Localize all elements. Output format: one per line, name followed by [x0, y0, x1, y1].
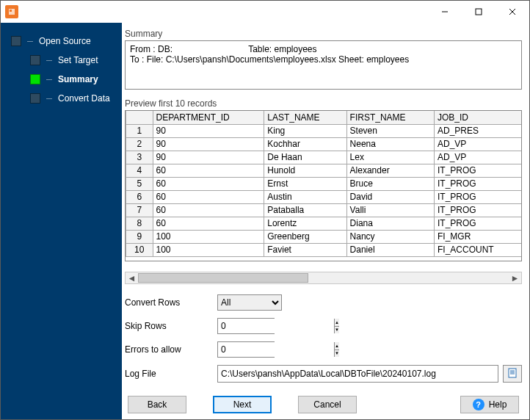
table-cell[interactable]: AD_VP: [435, 151, 523, 164]
table-cell[interactable]: David: [346, 190, 434, 203]
table-cell[interactable]: IT_PROG: [435, 203, 523, 217]
table-cell[interactable]: FI_ACCOUNT: [435, 243, 523, 256]
table-cell[interactable]: IT_PROG: [435, 177, 523, 190]
table-cell[interactable]: 60: [153, 190, 264, 203]
table-row[interactable]: 760PataballaValliIT_PROG4800VPATABAL103: [126, 203, 523, 217]
main-panel: Summary From : DB: Table: employees To :…: [122, 23, 529, 419]
help-button[interactable]: ? Help: [460, 396, 519, 413]
table-row[interactable]: 290KochharNeenaAD_VP17000NKOCHHAR100: [126, 137, 523, 151]
table-cell[interactable]: Neena: [346, 137, 434, 151]
minimize-button[interactable]: [428, 1, 462, 23]
connector-icon: [46, 60, 52, 61]
errors-input[interactable]: [218, 342, 334, 357]
table-cell[interactable]: De Haan: [264, 151, 346, 164]
table-row[interactable]: 660AustinDavidIT_PROG4800DAUSTIN103: [126, 190, 523, 203]
titlebar: [1, 1, 529, 23]
spinner-down-icon[interactable]: ▼: [335, 350, 339, 358]
help-icon: ?: [473, 399, 484, 410]
table-cell[interactable]: Lex: [346, 151, 434, 164]
table-cell[interactable]: Valli: [346, 203, 434, 217]
svg-rect-3: [476, 9, 482, 15]
table-cell[interactable]: 60: [153, 203, 264, 217]
row-number-cell: 10: [126, 243, 153, 256]
sidebar-item-convert-data[interactable]: Convert Data: [1, 89, 122, 108]
log-file-input[interactable]: [217, 365, 498, 383]
table-cell[interactable]: Steven: [346, 124, 434, 137]
table-cell[interactable]: FI_MGR: [435, 230, 523, 243]
table-cell[interactable]: Kochhar: [264, 137, 346, 151]
table-header-cell[interactable]: LAST_NAME: [264, 111, 346, 124]
table-cell[interactable]: AD_VP: [435, 137, 523, 151]
table-cell[interactable]: IT_PROG: [435, 164, 523, 177]
table-header-cell[interactable]: DEPARTMENT_ID: [153, 111, 264, 124]
row-number-cell: 6: [126, 190, 153, 203]
row-number-cell: 8: [126, 217, 153, 230]
scroll-thumb[interactable]: [138, 273, 308, 283]
scroll-left-icon[interactable]: ◄: [126, 272, 138, 283]
table-cell[interactable]: Alexander: [346, 164, 434, 177]
row-number-cell: 5: [126, 177, 153, 190]
browse-log-button[interactable]: [503, 365, 522, 383]
convert-rows-label: Convert Rows: [125, 297, 213, 308]
table-header-cell[interactable]: JOB_ID: [435, 111, 523, 124]
spinner-up-icon[interactable]: ▲: [335, 319, 339, 327]
log-file-label: Log File: [125, 369, 213, 379]
table-cell[interactable]: Bruce: [346, 177, 434, 190]
table-cell[interactable]: 60: [153, 164, 264, 177]
next-button[interactable]: Next: [213, 396, 272, 413]
table-cell[interactable]: 60: [153, 217, 264, 230]
table-header-cell[interactable]: FIRST_NAME: [346, 111, 434, 124]
table-row[interactable]: 190KingStevenAD_PRES24000SKINGnull: [126, 124, 523, 137]
table-cell[interactable]: 90: [153, 151, 264, 164]
table-cell[interactable]: King: [264, 124, 346, 137]
table-cell[interactable]: Greenberg: [264, 230, 346, 243]
sidebar-item-open-source[interactable]: Open Source: [1, 32, 122, 51]
back-button[interactable]: Back: [128, 396, 186, 413]
table-cell[interactable]: Diana: [346, 217, 434, 230]
cancel-button[interactable]: Cancel: [298, 396, 357, 413]
scroll-right-icon[interactable]: ►: [509, 272, 521, 283]
table-cell[interactable]: 100: [153, 230, 264, 243]
scroll-track[interactable]: [138, 272, 509, 283]
svg-rect-1: [10, 10, 12, 12]
spinner-down-icon[interactable]: ▼: [335, 327, 339, 334]
table-cell[interactable]: Daniel: [346, 243, 434, 256]
convert-rows-select[interactable]: All: [217, 294, 282, 311]
document-icon: [507, 368, 518, 380]
table-cell[interactable]: 100: [153, 243, 264, 256]
table-cell[interactable]: 60: [153, 177, 264, 190]
table-cell[interactable]: Ernst: [264, 177, 346, 190]
errors-spinner[interactable]: ▲▼: [217, 341, 275, 358]
table-cell[interactable]: 90: [153, 137, 264, 151]
table-cell[interactable]: Faviet: [264, 243, 346, 256]
table-cell[interactable]: IT_PROG: [435, 190, 523, 203]
table-row[interactable]: 560ErnstBruceIT_PROG6000BERNST103: [126, 177, 523, 190]
table-cell[interactable]: Austin: [264, 190, 346, 203]
table-row[interactable]: 860LorentzDianaIT_PROG4200DLORENTZ103: [126, 217, 523, 230]
close-button[interactable]: [495, 1, 529, 23]
table-cell[interactable]: Nancy: [346, 230, 434, 243]
table-cell[interactable]: IT_PROG: [435, 217, 523, 230]
wizard-sidebar: Open Source Set Target Summary Convert D…: [1, 23, 122, 419]
sidebar-item-set-target[interactable]: Set Target: [1, 51, 122, 70]
skip-rows-input[interactable]: [218, 319, 334, 333]
table-row[interactable]: 460HunoldAlexanderIT_PROG9000AHUNOLD102: [126, 164, 523, 177]
skip-rows-spinner[interactable]: ▲▼: [217, 318, 275, 334]
options-form: Convert Rows All Skip Rows ▲▼ Errors to …: [125, 294, 522, 383]
connector-icon: [27, 41, 33, 42]
table-row[interactable]: 10100FavietDanielFI_ACCOUNT9000DFAVIET10…: [126, 243, 523, 256]
table-row[interactable]: 390De HaanLexAD_VP17000LDEHAAN100: [126, 151, 523, 164]
preview-section-label: Preview first 10 records: [125, 98, 520, 109]
table-cell[interactable]: Lorentz: [264, 217, 346, 230]
summary-section-label: Summary: [125, 29, 520, 39]
table-cell[interactable]: Hunold: [264, 164, 346, 177]
table-cell[interactable]: AD_PRES: [435, 124, 523, 137]
horizontal-scrollbar[interactable]: ◄ ►: [125, 272, 522, 284]
maximize-button[interactable]: [462, 1, 495, 23]
sidebar-item-label: Open Source: [39, 36, 91, 46]
sidebar-item-summary[interactable]: Summary: [1, 70, 122, 89]
table-cell[interactable]: 90: [153, 124, 264, 137]
table-row[interactable]: 9100GreenbergNancyFI_MGR12000NGREENBE101: [126, 230, 523, 243]
spinner-up-icon[interactable]: ▲: [335, 342, 339, 350]
table-cell[interactable]: Pataballa: [264, 203, 346, 217]
